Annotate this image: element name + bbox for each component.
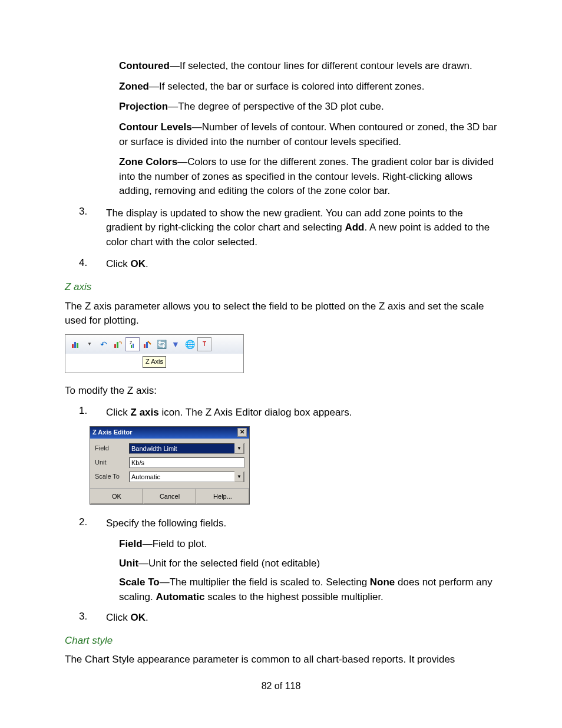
paragraph: The Z axis parameter allows you to selec…: [65, 299, 497, 328]
step-text: .: [146, 612, 148, 623]
scale-to-dropdown[interactable]: Automatic ▼: [129, 472, 244, 482]
svg-rect-8: [144, 344, 146, 348]
definition-zone-colors: Zone Colors—Colors to use for the differ…: [119, 155, 497, 199]
label-scale-to: Scale To: [95, 472, 129, 482]
sub-definition-field: Field—Field to plot.: [119, 537, 497, 552]
close-icon[interactable]: ✕: [237, 428, 247, 437]
tooltip: Z Axis: [65, 354, 243, 373]
definition-contoured: Contoured—If selected, the contour lines…: [119, 59, 497, 74]
term: Field: [119, 538, 143, 549]
svg-rect-7: [133, 344, 134, 348]
tooltip-text: Z Axis: [143, 356, 166, 368]
term: Contour Levels: [119, 121, 192, 133]
toolbar-figure: ▼ ↶ Z 🔄 ▼ 🌐 T Z Axis: [65, 334, 244, 373]
sub-definition-unit: Unit—Unit for the selected field (not ed…: [119, 556, 497, 571]
paragraph: The Chart Style appearance parameter is …: [65, 653, 497, 667]
step-number: 3.: [79, 610, 92, 624]
svg-rect-3: [114, 344, 116, 348]
field-dropdown[interactable]: Bandwidth Limit ▼: [129, 443, 244, 454]
z-step-1: 1. Click Z axis icon. The Z Axis Editor …: [79, 404, 497, 420]
chevron-down-icon[interactable]: ▼: [234, 443, 244, 454]
help-button[interactable]: Help...: [196, 489, 249, 504]
step-number: 2.: [79, 515, 92, 530]
label-unit: Unit: [95, 458, 129, 467]
term: Projection: [119, 101, 168, 112]
svg-rect-0: [72, 344, 74, 348]
step-text: Click: [106, 612, 131, 623]
inline-bold: Z axis: [131, 407, 159, 418]
inline-bold: OK: [131, 258, 146, 269]
definition-text: —Unit for the selected field (not editab…: [138, 558, 320, 569]
text-box-icon[interactable]: T: [197, 337, 211, 351]
dialog-titlebar: Z Axis Editor ✕: [90, 427, 249, 439]
page-number: 82 of 118: [65, 679, 497, 693]
svg-rect-9: [146, 342, 148, 348]
definition-text: —If selected, the contour lines for diff…: [170, 60, 472, 71]
step-text: .: [146, 258, 148, 269]
toolbar: ▼ ↶ Z 🔄 ▼ 🌐 T: [65, 335, 243, 354]
label-field: Field: [95, 444, 129, 453]
field-value: Bandwidth Limit: [131, 444, 177, 453]
chevron-down-icon[interactable]: ▼: [234, 472, 244, 482]
section-heading-z-axis: Z axis: [65, 280, 497, 295]
paragraph: To modify the Z axis:: [65, 384, 497, 398]
term: Zone Colors: [119, 156, 177, 167]
inline-bold: Add: [345, 222, 364, 233]
undo-icon[interactable]: ↶: [97, 338, 110, 351]
definition-text: —Field to plot.: [143, 538, 207, 549]
term: Zoned: [119, 81, 149, 92]
refresh-icon[interactable]: 🔄: [155, 338, 168, 351]
definition-text: —The multiplier the field is scaled to. …: [160, 577, 370, 588]
cancel-button[interactable]: Cancel: [143, 489, 196, 504]
step-text: Click: [106, 258, 131, 269]
z-axis-icon[interactable]: Z: [125, 337, 140, 351]
step-3: 3. The display is updated to show the ne…: [79, 205, 497, 250]
step-text: icon. The Z Axis Editor dialog box appea…: [159, 407, 352, 418]
definition-text: —If selected, the bar or surface is colo…: [149, 81, 424, 92]
unit-field: Kb/s: [129, 457, 244, 468]
inline-bold: OK: [131, 612, 146, 623]
chart-icon[interactable]: [69, 338, 82, 351]
step-number: 1.: [79, 404, 92, 419]
definition-text: —The degree of perspective of the 3D plo…: [168, 101, 384, 112]
scale-value: Automatic: [131, 472, 160, 482]
z-step-2: 2. Specify the following fields.: [79, 515, 497, 531]
unit-value: Kb/s: [131, 458, 144, 467]
step-text: Specify the following fields.: [106, 518, 226, 529]
term: Scale To: [119, 577, 160, 588]
chart-edit-icon[interactable]: [141, 338, 154, 351]
svg-rect-4: [117, 342, 118, 348]
term: Contoured: [119, 60, 170, 71]
dialog-title: Z Axis Editor: [92, 428, 132, 437]
step-number: 3.: [79, 205, 92, 219]
svg-rect-1: [74, 342, 76, 348]
step-number: 4.: [79, 256, 92, 271]
dropdown-arrow-icon[interactable]: ▼: [83, 338, 96, 351]
step-text: Click: [106, 407, 131, 418]
section-heading-chart-style: Chart style: [65, 634, 497, 648]
ok-button[interactable]: OK: [90, 489, 143, 504]
definition-zoned: Zoned—If selected, the bar or surface is…: [119, 80, 497, 94]
globe-icon[interactable]: 🌐: [183, 338, 196, 351]
definition-contour-levels: Contour Levels—Number of levels of conto…: [119, 120, 497, 149]
svg-rect-6: [131, 345, 132, 348]
definition-text: scales to the highest possible multiplie…: [205, 591, 384, 602]
svg-text:Z: Z: [130, 341, 133, 345]
document-page: Contoured—If selected, the contour lines…: [0, 0, 562, 728]
z-step-3: 3. Click OK.: [79, 610, 497, 625]
inline-bold: None: [370, 577, 395, 588]
inline-bold: Automatic: [156, 591, 204, 602]
term: Unit: [119, 558, 138, 569]
svg-rect-2: [77, 343, 78, 348]
sub-definition-scale-to: Scale To—The multiplier the field is sca…: [119, 575, 497, 604]
z-axis-editor-dialog: Z Axis Editor ✕ Field Bandwidth Limit ▼ …: [90, 426, 250, 505]
step-4: 4. Click OK.: [79, 256, 497, 272]
funnel-icon[interactable]: ▼: [169, 338, 182, 351]
redo-chart-icon[interactable]: [111, 338, 124, 351]
definition-projection: Projection—The degree of perspective of …: [119, 100, 497, 114]
